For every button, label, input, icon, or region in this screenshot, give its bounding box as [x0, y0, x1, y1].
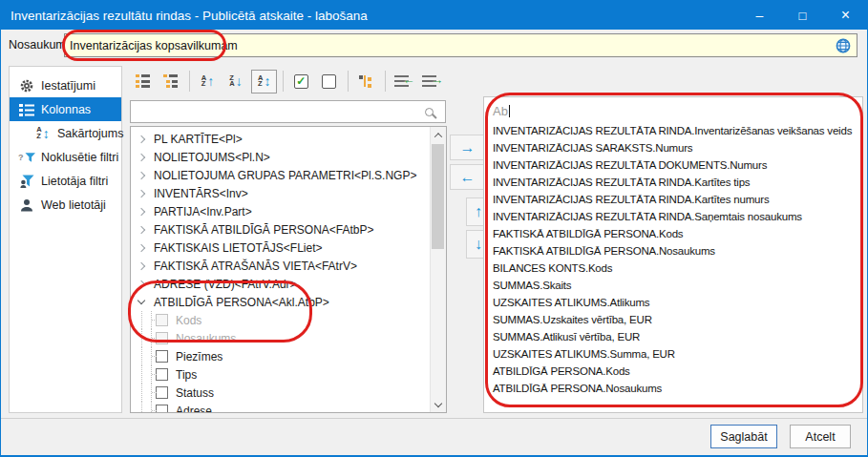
name-field — [64, 33, 857, 57]
tree-leaf-label: Adrese — [176, 405, 212, 413]
tree-row[interactable]: Kods — [131, 311, 430, 329]
maximize-button[interactable]: □ — [781, 1, 824, 30]
tree-row[interactable]: INVENTĀRS<Inv> — [131, 184, 430, 202]
save-button[interactable]: Saglabāt — [710, 425, 777, 448]
field-tree-panel: PL KARTĪTE<Pl>NOLIETOJUMS<Pl.N>NOLIETOJU… — [130, 126, 447, 413]
selected-column-item[interactable]: INVENTARIZĀCIJAS REZULTĀTA RINDA.Inventa… — [484, 122, 862, 139]
check-all-icon[interactable]: ✓ — [288, 70, 314, 93]
tree-guide-line — [141, 365, 142, 384]
sidebar-item-sak-rtojums[interactable]: AZ↕Sakārtojums — [10, 121, 121, 145]
search-icon — [425, 108, 434, 116]
tree-guide-line — [151, 384, 152, 402]
field-checkbox[interactable] — [156, 405, 168, 412]
sidebar-item-iestat-jumi[interactable]: Iestatījumi — [10, 73, 121, 97]
field-checkbox[interactable] — [156, 368, 168, 381]
chevron-right-icon[interactable] — [138, 243, 145, 251]
arrow-right-icon: → — [460, 139, 476, 156]
field-checkbox[interactable] — [156, 314, 168, 326]
chevron-right-icon[interactable] — [138, 261, 145, 269]
tree-row[interactable]: FAKTISKĀ ATRAŠANĀS VIETA<FAtrV> — [131, 257, 430, 275]
selected-column-item[interactable]: FAKTISKĀ ATBILDĪGĀ PERSONA.Nosaukums — [484, 242, 862, 260]
sort-natural-icon[interactable]: AZ↕ — [251, 70, 277, 93]
arrow-down-icon: ↓ — [475, 236, 482, 253]
sort-ascending-icon[interactable]: AZ↑ — [195, 70, 221, 93]
tree-row[interactable]: Nosaukums — [131, 329, 430, 347]
selected-column-item[interactable]: INVENTARIZĀCIJAS REZULTĀTA DOKUMENTS.Num… — [484, 156, 862, 174]
chevron-right-icon[interactable] — [138, 189, 145, 197]
inline-edit-line[interactable]: Ab — [484, 97, 862, 122]
tree-row[interactable]: ADRESE (VZD)<FAtrV.Adr> — [131, 275, 430, 293]
sidebar-item-noklus-tie-filtri[interactable]: ?Noklusētie filtri — [10, 145, 121, 169]
scroll-thumb[interactable] — [432, 144, 444, 249]
move-selected-left-icon[interactable]: ← — [391, 70, 416, 93]
selected-column-item[interactable]: INVENTARIZĀCIJAS REZULTĀTA RINDA.Saņemta… — [484, 208, 862, 225]
move-right-button[interactable]: → — [450, 135, 485, 160]
text-caret — [509, 105, 510, 117]
chevron-right-icon[interactable] — [138, 207, 145, 215]
field-checkbox[interactable] — [156, 332, 168, 344]
collapse-tree-icon[interactable] — [159, 70, 184, 93]
hierarchy-icon[interactable] — [353, 70, 379, 93]
tree-row[interactable]: Tips — [131, 365, 430, 384]
field-checkbox[interactable] — [156, 350, 168, 363]
tree-row[interactable]: PL KARTĪTE<Pl> — [131, 130, 430, 148]
chevron-right-icon[interactable] — [138, 171, 145, 178]
uncheck-all-icon[interactable] — [317, 70, 343, 93]
sidebar-item-lietot-ja-filtri[interactable]: Lietotāja filtri — [10, 169, 121, 193]
scroll-up-button[interactable] — [431, 128, 446, 143]
columns-toolbar: AZ↑ZA↓AZ↕✓←→ — [130, 68, 447, 94]
report-edit-dialog: Inventarizācijas rezultātu rindas - Publ… — [0, 0, 868, 457]
sidebar-item-kolonnas[interactable]: Kolonnas — [10, 97, 121, 121]
chevron-down-icon[interactable] — [138, 297, 145, 304]
tree-node-label: ATBILDĪGĀ PERSONA<Akl.AtbP> — [154, 296, 329, 309]
scroll-down-button[interactable] — [431, 396, 446, 411]
tree-row[interactable]: ATBILDĪGĀ PERSONA<Akl.AtbP> — [131, 293, 430, 311]
tree-scrollbar[interactable] — [430, 127, 446, 412]
minimize-button[interactable]: – — [738, 1, 781, 30]
tree-node-label: FAKTISKĀ ATBILDĪGĀ PERSONA<FAtbP> — [154, 223, 374, 237]
selected-column-item[interactable]: INVENTARIZĀCIJAS REZULTĀTA RINDA.Kartīte… — [484, 191, 862, 208]
selected-column-item[interactable]: SUMMAS.Skaits — [484, 277, 862, 294]
selected-column-item[interactable]: SUMMAS.Uzskaites vērtība, EUR — [484, 311, 862, 328]
tree-row[interactable]: PARTIJA<Inv.Part> — [131, 202, 430, 220]
selected-columns-panel[interactable]: Ab INVENTARIZĀCIJAS REZULTĀTA RINDA.Inve… — [483, 96, 863, 413]
tree-row[interactable]: NOLIETOJUMA GRUPAS PARAMETRI<Pl.S.NGP> — [131, 166, 430, 184]
cancel-button[interactable]: Atcelt — [790, 425, 851, 448]
globe-icon[interactable] — [836, 38, 851, 53]
search-input[interactable] — [131, 105, 425, 118]
selected-column-item[interactable]: SUMMAS.Atlikusī vērtība, EUR — [484, 328, 862, 345]
selected-column-item[interactable]: ATBILDĪGĀ PERSONA.Kods — [484, 363, 862, 380]
tree-row[interactable]: Adrese — [131, 402, 430, 412]
inline-edit-text: Ab — [493, 104, 508, 118]
selected-column-item[interactable]: INVENTARIZĀCIJAS REZULTĀTA RINDA.Kartīte… — [484, 174, 862, 191]
selected-column-item[interactable]: INVENTARIZĀCIJAS SARAKSTS.Numurs — [484, 139, 862, 156]
tree-row[interactable]: FAKTISKĀ ATBILDĪGĀ PERSONA<FAtbP> — [131, 220, 430, 239]
tree-row[interactable]: FAKTISKAIS LIETOTĀJS<FLiet> — [131, 239, 430, 257]
selected-column-item[interactable]: FAKTISKĀ ATBILDĪGĀ PERSONA.Kods — [484, 225, 862, 242]
move-selected-right-icon[interactable]: → — [418, 70, 444, 93]
sort-descending-icon[interactable]: ZA↓ — [223, 70, 249, 93]
chevron-right-icon[interactable] — [138, 225, 145, 233]
chevron-right-icon[interactable] — [138, 153, 145, 160]
tree-leaf-label: Nosaukums — [176, 332, 236, 345]
chevron-right-icon[interactable] — [138, 280, 145, 287]
sidebar-item-label: Sakārtojums — [57, 127, 123, 140]
selected-column-item[interactable]: ATBILDĪGĀ PERSONA.Nosaukums — [484, 380, 862, 397]
toolbar-separator — [189, 71, 190, 92]
selected-column-item[interactable]: BILANCES KONTS.Kods — [484, 260, 862, 277]
tree-row[interactable]: Piezīmes — [131, 347, 430, 365]
move-left-button[interactable]: ← — [450, 164, 485, 190]
tree-row[interactable]: NOLIETOJUMS<Pl.N> — [131, 148, 430, 166]
chevron-right-icon[interactable] — [138, 135, 145, 142]
report-name-input[interactable] — [65, 39, 836, 52]
selected-column-item[interactable]: UZSKAITES ATLIKUMS.Atlikums — [484, 294, 862, 311]
tree-row[interactable]: Statuss — [131, 384, 430, 402]
tree-guide-line — [151, 311, 152, 329]
selected-column-item[interactable]: UZSKAITES ATLIKUMS.Summa, EUR — [484, 345, 862, 363]
chevron-down-icon — [434, 400, 442, 407]
expand-tree-icon[interactable] — [130, 70, 156, 93]
close-button[interactable]: × — [824, 1, 867, 30]
tree-leaf-label: Tips — [176, 368, 197, 382]
sidebar-item-web-lietot-ji[interactable]: Web lietotāji — [10, 193, 121, 217]
field-checkbox[interactable] — [156, 386, 168, 399]
